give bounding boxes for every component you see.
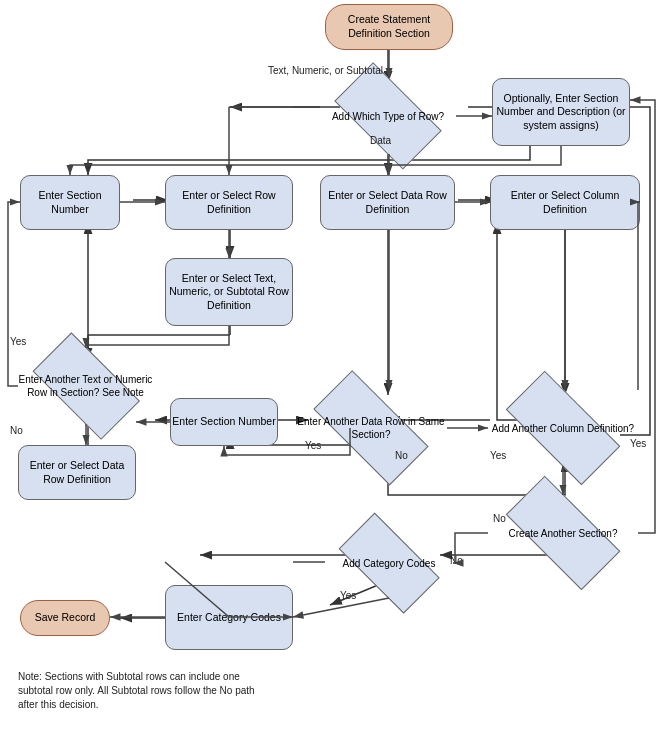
start-shape: Create Statement Definition Section — [325, 4, 453, 50]
enter-section-1-shape: Enter Section Number — [20, 175, 120, 230]
flowchart-diagram: Create Statement Definition Section Add … — [0, 0, 671, 755]
no-1-label: No — [10, 425, 23, 436]
enter-data-row-2-shape: Enter or Select Data Row Definition — [18, 445, 136, 500]
data-label: Data — [370, 135, 391, 146]
save-record-shape: Save Record — [20, 600, 110, 636]
enter-section-1-label: Enter Section Number — [21, 189, 119, 216]
start-label: Create Statement Definition Section — [326, 13, 452, 40]
optionally-label: Optionally, Enter Section Number and Des… — [493, 92, 629, 133]
yes-5-label: Yes — [340, 590, 356, 601]
another-data-row-label: Enter Another Data Row in Same Section? — [295, 415, 447, 441]
another-data-row-diamond: Enter Another Data Row in Same Section? — [295, 390, 447, 466]
add-category-label: Add Category Codes — [343, 557, 436, 570]
add-another-col-label: Add Another Column Definition? — [492, 422, 634, 435]
create-another-section-label: Create Another Section? — [509, 527, 618, 540]
yes-4-label: Yes — [630, 438, 646, 449]
enter-data-row-2-label: Enter or Select Data Row Definition — [19, 459, 135, 486]
enter-row-def-shape: Enter or Select Row Definition — [165, 175, 293, 230]
enter-category-shape: Enter Category Codes — [165, 585, 293, 650]
enter-text-num-shape: Enter or Select Text, Numeric, or Subtot… — [165, 258, 293, 326]
enter-category-label: Enter Category Codes — [177, 611, 281, 625]
add-which-label: Add Which Type of Row? — [332, 110, 444, 123]
add-another-col-diamond: Add Another Column Definition? — [488, 390, 638, 466]
optionally-shape: Optionally, Enter Section Number and Des… — [492, 78, 630, 146]
add-category-diamond: Add Category Codes — [325, 528, 453, 598]
create-another-section-diamond: Create Another Section? — [488, 495, 638, 571]
enter-data-row-1-shape: Enter or Select Data Row Definition — [320, 175, 455, 230]
save-record-label: Save Record — [35, 611, 96, 625]
no-2-label: No — [395, 450, 408, 461]
enter-row-def-label: Enter or Select Row Definition — [166, 189, 292, 216]
yes-3-label: Yes — [490, 450, 506, 461]
enter-section-2-shape: Enter Section Number — [170, 398, 278, 446]
enter-section-2-label: Enter Section Number — [172, 415, 275, 429]
yes-1-label: Yes — [10, 336, 26, 347]
no-4-label: No — [450, 555, 463, 566]
another-text-row-label: Enter Another Text or Numeric Row in Sec… — [18, 373, 153, 399]
note-text: Note: Sections with Subtotal rows can in… — [18, 670, 258, 712]
enter-data-row-1-label: Enter or Select Data Row Definition — [321, 189, 454, 216]
enter-text-num-label: Enter or Select Text, Numeric, or Subtot… — [166, 272, 292, 313]
enter-col-def-label: Enter or Select Column Definition — [491, 189, 639, 216]
yes-2-label: Yes — [305, 440, 321, 451]
no-3-label: No — [493, 513, 506, 524]
enter-col-def-shape: Enter or Select Column Definition — [490, 175, 640, 230]
another-text-row-diamond: Enter Another Text or Numeric Row in Sec… — [18, 348, 153, 424]
text-numeric-label: Text, Numeric, or Subtotal — [268, 65, 383, 76]
